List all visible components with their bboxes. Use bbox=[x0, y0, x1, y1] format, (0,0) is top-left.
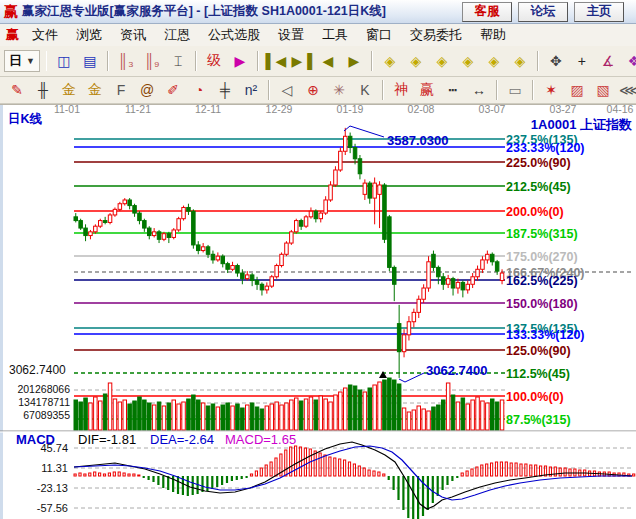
candlestick bbox=[368, 183, 372, 198]
volume-9-icon[interactable]: ║₉ bbox=[140, 50, 164, 73]
diamond-arrow-cross-icon[interactable]: ◈ bbox=[508, 50, 532, 73]
menu-item-news[interactable]: 资讯 bbox=[111, 24, 155, 46]
macd-hist-bar-positive bbox=[329, 457, 331, 476]
shaded-fan2-icon[interactable]: ▧ bbox=[591, 79, 615, 102]
menu-item-browse[interactable]: 浏览 bbox=[67, 24, 111, 46]
volume-bar bbox=[397, 384, 401, 430]
nav-last-icon[interactable]: ▶▐ bbox=[290, 50, 314, 73]
candlestick bbox=[437, 267, 441, 276]
nav-prev-icon[interactable]: ◀ bbox=[316, 50, 340, 73]
gann-level-label: 225.0%(90) bbox=[506, 156, 571, 170]
candlestick bbox=[236, 266, 240, 273]
candlestick bbox=[363, 183, 367, 194]
volume-bar bbox=[172, 400, 176, 430]
menu-item-file[interactable]: 文件 bbox=[23, 24, 67, 46]
n2-icon[interactable]: n² bbox=[239, 79, 263, 102]
menu-item-window[interactable]: 窗口 bbox=[357, 24, 401, 46]
candlestick bbox=[123, 200, 127, 204]
gold-square-icon[interactable]: 金 bbox=[83, 79, 107, 102]
volume-bar bbox=[442, 400, 446, 430]
nav-next-icon[interactable]: ▶ bbox=[342, 50, 366, 73]
ruler-grid-icon[interactable]: ╪ bbox=[213, 79, 237, 102]
hand-tool-icon[interactable]: ✥ bbox=[544, 50, 568, 73]
angle-rays-icon[interactable]: ⋘ bbox=[617, 79, 636, 102]
ying-grid-icon[interactable]: 赢 bbox=[415, 79, 439, 102]
diamond-arrow-lr-icon[interactable]: ◈ bbox=[430, 50, 454, 73]
menu-item-help[interactable]: 帮助 bbox=[471, 24, 515, 46]
diamond-arrow-all-icon[interactable]: ◈ bbox=[482, 50, 506, 73]
candlestick bbox=[339, 151, 343, 170]
candlestick bbox=[162, 234, 166, 240]
web-icon[interactable]: ✳ bbox=[327, 79, 351, 102]
diamond-arrow-left-icon[interactable]: ◈ bbox=[378, 50, 402, 73]
candle-style-icon[interactable]: ⌶ bbox=[166, 50, 190, 73]
candlestick bbox=[108, 215, 112, 222]
shaded-fan-icon[interactable]: ▨ bbox=[565, 79, 589, 102]
dea-value-label: DEA=-2.64 bbox=[150, 432, 214, 447]
candlestick bbox=[456, 282, 460, 288]
volume-3-icon[interactable]: ║₃ bbox=[114, 50, 138, 73]
target-circle-icon[interactable]: ⊕ bbox=[301, 79, 325, 102]
gold-grid-icon[interactable]: 金 bbox=[57, 79, 81, 102]
macd-hist-bar-positive bbox=[255, 471, 257, 476]
customer-service-button[interactable]: 客服 bbox=[462, 2, 512, 22]
diamond-arrow-right-icon[interactable]: ◈ bbox=[404, 50, 428, 73]
macd-hist-bar-negative bbox=[437, 476, 439, 496]
candlestick bbox=[221, 256, 225, 263]
date-tick-label: 02-08 bbox=[408, 104, 435, 115]
toolbar-separator bbox=[46, 51, 47, 71]
toolbar-separator bbox=[195, 51, 197, 71]
candlestick bbox=[201, 247, 205, 251]
volume-bar bbox=[329, 402, 333, 430]
period-selector[interactable]: 日 ▼ bbox=[4, 50, 40, 72]
macd-hist-bar-positive bbox=[486, 464, 488, 476]
volume-bar bbox=[393, 380, 397, 430]
menu-item-trade[interactable]: 交易委托 bbox=[401, 24, 471, 46]
forum-button[interactable]: 论坛 bbox=[518, 2, 568, 22]
volume-bar bbox=[383, 380, 387, 430]
macd-hist-bar-negative bbox=[143, 476, 145, 478]
stock-select-icon[interactable]: 级 bbox=[202, 50, 226, 73]
diamond-arrow-ud-icon[interactable]: ◈ bbox=[456, 50, 480, 73]
crosshair-tool-icon[interactable]: + bbox=[570, 50, 594, 73]
macd-hist-bar-negative bbox=[402, 476, 404, 510]
menu-item-gann[interactable]: 江恩 bbox=[155, 24, 199, 46]
macd-hist-bar-positive bbox=[510, 463, 512, 476]
time-cycle-icon[interactable]: ◔ bbox=[187, 79, 211, 102]
span-arrow-icon[interactable]: ↔ bbox=[467, 79, 491, 102]
angle-mirror-icon[interactable]: ◁ bbox=[275, 79, 299, 102]
home-button[interactable]: 主页 bbox=[574, 2, 624, 22]
volume-bar bbox=[162, 406, 166, 430]
k-quote-icon[interactable]: K bbox=[353, 79, 377, 102]
menu-item-settings[interactable]: 设置 bbox=[269, 24, 313, 46]
nav-first-icon[interactable]: ▌◀ bbox=[264, 50, 288, 73]
draw-pen-icon[interactable]: ✎ bbox=[5, 79, 29, 102]
gann-grid-icon[interactable]: ╫ bbox=[31, 79, 55, 102]
gann-wheel-icon[interactable]: ❖ bbox=[622, 50, 636, 73]
f-grid-icon[interactable]: F bbox=[109, 79, 133, 102]
menu-item-formula-pick[interactable]: 公式选股 bbox=[199, 24, 269, 46]
shen-grid-icon[interactable]: 神 bbox=[389, 79, 413, 102]
angle-tool-icon[interactable]: ∡ bbox=[596, 50, 620, 73]
paint-pen-icon[interactable]: ✐ bbox=[161, 79, 185, 102]
volume-bar bbox=[373, 385, 377, 430]
network-chart-icon[interactable]: ◫ bbox=[52, 50, 76, 73]
gann-level-label: 233.33%(120) bbox=[506, 141, 585, 155]
volume-bar bbox=[285, 403, 289, 430]
volume-bar bbox=[432, 407, 436, 430]
menu-item-tools[interactable]: 工具 bbox=[313, 24, 357, 46]
kline-chart-canvas[interactable]: 11-0111-2112-1112-2901-1902-0803-0703-27… bbox=[0, 104, 636, 519]
ruler-123-icon[interactable]: ┅ bbox=[441, 79, 465, 102]
macd-hist-bar-positive bbox=[304, 448, 306, 476]
macd-hist-bar-positive bbox=[79, 473, 81, 476]
box-select-icon[interactable]: ▭ bbox=[503, 79, 527, 102]
quote-list-icon[interactable]: ▤ bbox=[78, 50, 102, 73]
spiral-icon[interactable]: @ bbox=[135, 79, 159, 102]
volume-bar bbox=[74, 400, 78, 430]
candlestick bbox=[113, 209, 117, 215]
candlestick bbox=[231, 266, 235, 270]
drawing-toolbar: ✎╫金金F@✐◔╪n²◁⊕✳K神赢┅↔▭✶▨▧⋘∨▦▦ bbox=[0, 77, 636, 104]
color-kline-icon[interactable]: ▶ bbox=[228, 50, 252, 73]
ray-fan-icon[interactable]: ✶ bbox=[539, 79, 563, 102]
macd-hist-bar-negative bbox=[451, 476, 453, 481]
